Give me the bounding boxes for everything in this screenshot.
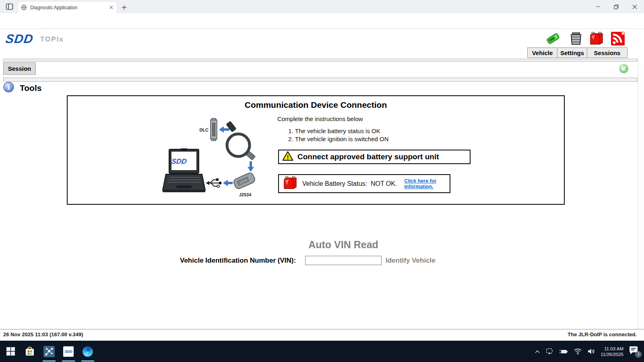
- notification-center-icon[interactable]: 3: [629, 346, 641, 358]
- instruction-item: The vehicle ignition is switched ON: [295, 136, 389, 142]
- status-connection: The JLR-DoIP is connected.: [568, 331, 637, 337]
- svg-text:!: !: [287, 154, 289, 160]
- warning-triangle-icon: !: [282, 151, 293, 163]
- tab-strip-top: [3, 59, 638, 62]
- settings-button[interactable]: Settings: [557, 47, 587, 58]
- taskbar-apps: SDD: [1, 341, 97, 362]
- browser-toolbar: localhost:8080/begin_session.action A: [0, 13, 644, 29]
- sessions-button[interactable]: Sessions: [587, 47, 627, 58]
- panel-subtitle: Complete the instructions below: [277, 115, 363, 122]
- cast-icon[interactable]: [545, 348, 553, 355]
- taskbar-clock[interactable]: 11:03 AM 11/26/2025: [601, 346, 623, 357]
- close-button[interactable]: [625, 0, 644, 13]
- vehicle-button[interactable]: Vehicle: [527, 47, 557, 58]
- battery-icon: [283, 175, 297, 192]
- battery-status-icon: [589, 31, 604, 48]
- clock-date: 11/26/2025: [601, 352, 623, 357]
- dlc-connector-icon: [569, 31, 583, 48]
- collapse-arrow-icon[interactable]: [619, 64, 629, 74]
- screen: Diagnostic Application: [0, 0, 644, 362]
- vci-device-icon: J2534: [545, 31, 561, 48]
- battery-status-box: Vehicle Battery Status: NOT OK. Click he…: [278, 174, 450, 193]
- info-icon: i: [3, 82, 14, 94]
- window-controls: [588, 0, 644, 13]
- wifi-icon[interactable]: [574, 348, 582, 355]
- connection-diagram: DLC J2534 J2534: [159, 115, 263, 203]
- battery-info-link[interactable]: Click here for information.: [404, 178, 446, 189]
- warning-text: Connect approved battery support unit: [297, 152, 439, 161]
- svg-text:SDD: SDD: [171, 157, 187, 165]
- start-button[interactable]: [1, 341, 20, 362]
- browser-titlebar: Diagnostic Application: [0, 0, 644, 13]
- vin-label: Vehicle Identification Number (VIN):: [180, 257, 296, 265]
- system-tray: 11:03 AM 11/26/2025 3: [535, 341, 641, 362]
- tab-actions-menu-icon[interactable]: [6, 3, 13, 10]
- minimize-button[interactable]: [588, 0, 607, 13]
- sdd-logo: SDD: [4, 32, 34, 46]
- header-nav: Vehicle Settings Sessions: [528, 47, 627, 58]
- edge-browser-icon[interactable]: [78, 341, 97, 362]
- battery-support-warning: ! Connect approved battery support unit: [278, 150, 471, 164]
- brand-topix: TOPIx: [40, 35, 64, 43]
- restore-button[interactable]: [607, 0, 625, 13]
- notification-badge: 3: [635, 351, 642, 358]
- instruction-list: The vehicle battery status is OK The veh…: [287, 128, 389, 144]
- sdd-app-icon[interactable]: SDD: [59, 341, 78, 362]
- connection-rss-icon: [611, 31, 625, 47]
- svg-text:J2534: J2534: [239, 192, 252, 197]
- identify-vehicle-button[interactable]: Identify Vehicle: [386, 257, 436, 265]
- panel-title: Communication Device Connection: [68, 100, 564, 110]
- communication-panel: Communication Device Connection Complete…: [67, 95, 565, 205]
- tab-title: Diagnostic Application: [30, 5, 106, 10]
- battery-status-text: Vehicle Battery Status: NOT OK.: [302, 180, 397, 187]
- tab-close-icon[interactable]: [109, 5, 114, 10]
- microsoft-store-icon[interactable]: [20, 341, 39, 362]
- auto-vin-heading: Auto VIN Read: [303, 239, 384, 251]
- new-tab-button[interactable]: [120, 3, 128, 11]
- tab-strip-bottom: [3, 78, 638, 82]
- tools-heading-row: i Tools: [3, 82, 41, 94]
- scrollbar[interactable]: [638, 59, 644, 329]
- instruction-item: The vehicle battery status is OK: [295, 128, 389, 134]
- app-statusbar: 26 Nov 2025 11:03 (167.00 v.349) The JLR…: [0, 329, 644, 341]
- windows-taskbar: SDD 11:03 AM 11/26/20: [0, 341, 644, 362]
- tray-chevron-icon[interactable]: [535, 350, 540, 354]
- globe-icon: [21, 4, 27, 10]
- tools-title: Tools: [20, 83, 41, 93]
- browser-tab[interactable]: Diagnostic Application: [18, 2, 117, 13]
- clock-time: 11:03 AM: [601, 346, 623, 352]
- svg-text:i: i: [8, 84, 10, 91]
- diagnostic-tool-icon[interactable]: [39, 341, 59, 362]
- svg-text:DLC: DLC: [199, 128, 208, 132]
- app-page: SDD TOPIx J2534 Vehicle Settings Session…: [0, 29, 644, 341]
- session-tab[interactable]: Session: [3, 62, 36, 75]
- volume-icon[interactable]: [587, 348, 595, 355]
- vin-input[interactable]: [305, 256, 382, 265]
- battery-tray-icon[interactable]: [559, 348, 568, 355]
- status-version: 26 Nov 2025 11:03 (167.00 v.349): [3, 331, 83, 337]
